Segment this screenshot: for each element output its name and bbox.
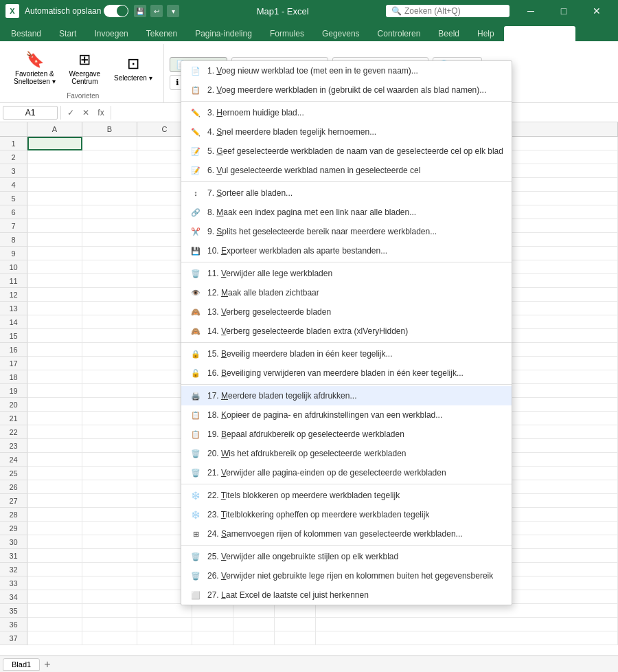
maximize-button[interactable]: □	[548, 0, 580, 22]
toggle-switch[interactable]	[104, 5, 128, 17]
cell[interactable]	[82, 164, 137, 178]
cell[interactable]	[27, 439, 82, 453]
tab-start[interactable]: Start	[51, 26, 84, 41]
insert-function-icon[interactable]: fx	[94, 106, 108, 120]
menu-item[interactable]: 👁️12. Maak alle bladen zichtbaar	[181, 283, 512, 302]
menu-item[interactable]: 🗑️20. Wis het afdrukbereik op geselectee…	[181, 444, 512, 463]
tab-bestand[interactable]: Bestand	[3, 26, 49, 41]
cell[interactable]	[82, 343, 137, 357]
cell[interactable]	[82, 467, 137, 480]
tab-help[interactable]: Help	[469, 26, 503, 41]
menu-item[interactable]: ✏️3. Hernoem huidige blad...	[181, 103, 512, 122]
menu-item[interactable]: 📝5. Geef geselecteerde werkbladen de naa…	[181, 142, 512, 161]
cell[interactable]	[82, 192, 137, 205]
tab-pagina-indeling[interactable]: Pagina-indeling	[187, 26, 260, 41]
cell[interactable]	[27, 178, 82, 192]
cell[interactable]	[82, 315, 137, 329]
search-box[interactable]: 🔍	[386, 5, 510, 17]
cell[interactable]	[27, 425, 82, 439]
cell[interactable]	[27, 576, 82, 590]
weergave-centrum-button[interactable]: ⊞ WeergaveCentrum	[64, 48, 106, 88]
cell[interactable]	[137, 618, 192, 631]
undo-icon[interactable]: ↩	[150, 5, 163, 17]
cell[interactable]	[27, 453, 82, 467]
menu-item[interactable]: 🔓16. Beveiliging verwijderen van meerder…	[181, 363, 512, 383]
menu-item[interactable]: 📄1. Voeg nieuw werkblad toe (met een in …	[181, 61, 512, 80]
menu-item[interactable]: 🖨️17. Meerdere bladen tegelijk afdrukken…	[181, 386, 512, 405]
cell[interactable]	[275, 618, 316, 631]
cell[interactable]	[82, 563, 137, 576]
cell[interactable]	[82, 508, 137, 522]
cell[interactable]	[316, 631, 618, 645]
tab-asap-utilities[interactable]: ASAP Utilities	[504, 26, 575, 41]
cell[interactable]	[27, 370, 82, 384]
customize-icon[interactable]: ▾	[167, 5, 179, 17]
close-button[interactable]: ✕	[581, 0, 613, 22]
cell[interactable]	[82, 260, 137, 274]
cell[interactable]	[27, 315, 82, 329]
cell[interactable]	[27, 618, 82, 631]
cell[interactable]	[137, 631, 192, 645]
cell[interactable]	[82, 494, 137, 508]
menu-item[interactable]: ❄️23. Titelblokkering opheffen op meerde…	[181, 505, 512, 524]
cell[interactable]	[27, 260, 82, 274]
menu-item[interactable]: 💾10. Exporteer werkbladen als aparte bes…	[181, 241, 512, 260]
cell[interactable]	[82, 439, 137, 453]
cell[interactable]	[27, 302, 82, 315]
cell[interactable]	[82, 329, 137, 343]
cell[interactable]	[27, 398, 82, 412]
cell[interactable]	[27, 247, 82, 260]
cell[interactable]	[233, 631, 275, 645]
cell[interactable]	[27, 412, 82, 425]
menu-item[interactable]: 📝6. Vul geselecteerde werkblad namen in …	[181, 161, 512, 180]
cell[interactable]	[82, 604, 137, 618]
cell[interactable]	[27, 192, 82, 205]
menu-item[interactable]: 🔗8. Maak een index pagina met een link n…	[181, 203, 512, 222]
cell[interactable]	[82, 178, 137, 192]
menu-item[interactable]: 📋18. Kopieer de pagina- en afdrukinstell…	[181, 405, 512, 425]
menu-item[interactable]: 🗑️11. Verwijder alle lege werkbladen	[181, 264, 512, 283]
cell[interactable]	[27, 357, 82, 370]
tab-formules[interactable]: Formules	[262, 26, 312, 41]
menu-item[interactable]: 🗑️21. Verwijder alle pagina-einden op de…	[181, 463, 512, 482]
cell[interactable]	[82, 384, 137, 398]
cell[interactable]	[82, 549, 137, 563]
tab-invoegen[interactable]: Invoegen	[86, 26, 136, 41]
cell[interactable]	[275, 631, 316, 645]
cell[interactable]	[82, 412, 137, 425]
cell[interactable]	[82, 590, 137, 604]
cell[interactable]	[82, 247, 137, 260]
cell[interactable]	[27, 494, 82, 508]
cell[interactable]	[27, 508, 82, 522]
cell[interactable]	[27, 631, 82, 645]
tab-beeld[interactable]: Beeld	[430, 26, 468, 41]
cell[interactable]	[27, 522, 82, 535]
cell[interactable]	[27, 343, 82, 357]
cell[interactable]	[82, 631, 137, 645]
cell[interactable]	[82, 137, 137, 150]
cancel-formula-icon[interactable]: ✕	[79, 106, 93, 120]
cell[interactable]	[27, 329, 82, 343]
cell[interactable]	[27, 233, 82, 247]
tab-gegevens[interactable]: Gegevens	[314, 26, 368, 41]
cell[interactable]	[137, 604, 192, 618]
menu-item[interactable]: 🗑️25. Verwijder alle ongebruikte stijlen…	[181, 547, 512, 566]
menu-item[interactable]: 🔒15. Beveilig meerdere bladen in één kee…	[181, 344, 512, 363]
cell[interactable]	[27, 604, 82, 618]
menu-item[interactable]: ✂️9. Splits het geselecteerde bereik naa…	[181, 222, 512, 241]
menu-item[interactable]: 📋19. Bepaal afdrukbereik op geselecteerd…	[181, 425, 512, 444]
cell[interactable]	[27, 480, 82, 494]
cell[interactable]	[27, 150, 82, 164]
cell[interactable]	[27, 164, 82, 178]
cell[interactable]	[27, 384, 82, 398]
menu-item[interactable]: ↕️7. Sorteer alle bladen...	[181, 183, 512, 203]
tab-tekenen[interactable]: Tekenen	[138, 26, 185, 41]
cell[interactable]	[82, 233, 137, 247]
autosave-toggle[interactable]: Automatisch opslaan	[25, 5, 128, 17]
cell[interactable]	[82, 618, 137, 631]
menu-item[interactable]: ✏️4. Snel meerdere bladen tegelijk herno…	[181, 122, 512, 142]
cell[interactable]	[82, 480, 137, 494]
cell[interactable]	[82, 453, 137, 467]
cell[interactable]	[82, 398, 137, 412]
cell[interactable]	[192, 604, 233, 618]
